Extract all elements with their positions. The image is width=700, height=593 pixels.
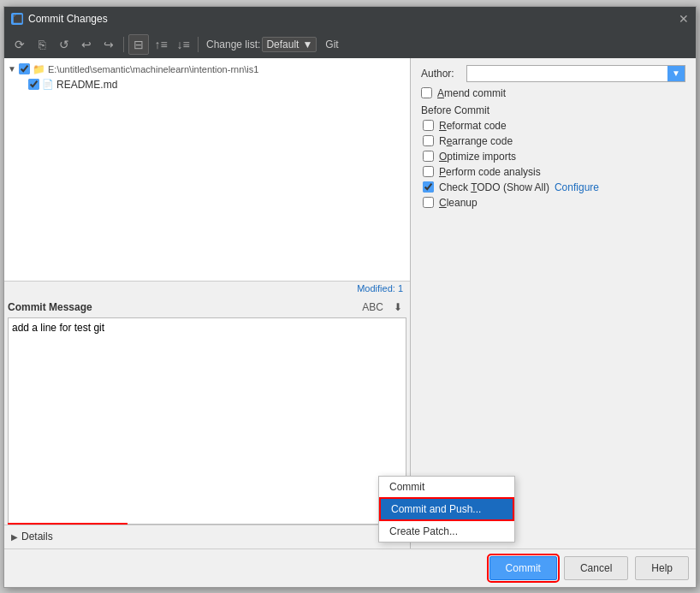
author-label: Author: [421,68,460,80]
toolbar-refresh-button[interactable]: ⟳ [9,34,30,55]
file-tree-footer: Modified: 1 [4,281,410,295]
spell-check-button[interactable]: ABC [358,299,388,316]
change-list-value: Default [266,39,299,50]
toolbar-divider-1 [123,37,124,52]
option-row-rearrange: Rearrange code [421,135,685,147]
option-row-reformat: Reformat code [421,120,685,132]
reformat-code-label: Reformat code [439,120,507,132]
tree-root-path: E:\untitled\semantic\machinelearn\intent… [48,64,258,74]
author-input-wrap: ▼ [466,65,685,82]
perform-analysis-label: Perform code analysis [439,166,541,178]
dialog-title: Commit Changes [28,13,108,25]
amend-commit-label: AAmend commitmend commit [437,87,506,99]
git-label[interactable]: Git [325,39,338,50]
toolbar-sort-up-button[interactable]: ↑≡ [151,34,171,55]
toolbar-undo-button[interactable]: ↩ [76,34,97,55]
author-input[interactable] [467,66,667,81]
commit-msg-tools: ABC ⬇ [358,299,406,316]
before-commit-section: Before Commit Reformat code Rearrange co… [421,104,685,209]
check-todo-label: Check TODO (Show All) [439,181,549,193]
title-bar: ⬛ Commit Changes ✕ [4,7,696,31]
tree-file-name: README.md [56,79,117,91]
toolbar-active-button[interactable]: ⊟ [128,34,149,55]
cleanup-label: Cleanup [439,197,478,209]
file-tree: ▼ 📁 E:\untitled\semantic\machinelearn\in… [4,58,410,281]
tree-root-arrow-icon: ▼ [8,64,16,74]
toolbar-revert-button[interactable]: ↺ [54,34,74,55]
toolbar-copy-button[interactable]: ⎘ [32,34,52,55]
title-bar-left: ⬛ Commit Changes [11,13,108,25]
buttons-row: Commit Cancel Help [4,549,696,587]
dropdown-create-patch-item[interactable]: Create Patch... [379,521,514,542]
change-list-label: Change list: [206,39,260,50]
details-label: Details [21,531,53,543]
tree-root-checkbox[interactable] [19,63,30,74]
toolbar-divider-2 [198,37,199,52]
folder-icon: 📁 [33,63,45,75]
rearrange-code-checkbox[interactable] [423,135,434,146]
details-arrow-icon: ▶ [11,532,18,542]
toolbar-redo-button[interactable]: ↪ [98,34,119,55]
left-panel: ▼ 📁 E:\untitled\semantic\machinelearn\in… [4,58,411,549]
amend-commit-checkbox[interactable] [421,87,432,98]
change-list-arrow-icon: ▼ [302,39,312,50]
file-icon: 📄 [42,79,54,90]
cancel-button[interactable]: Cancel [564,556,628,580]
check-todo-checkbox[interactable] [423,181,434,193]
change-list-dropdown[interactable]: Default ▼ [262,37,317,52]
option-row-check-todo: Check TODO (Show All) Configure [421,181,685,193]
commit-msg-textarea[interactable]: add a line for test git [8,317,406,525]
details-section[interactable]: ▶ Details [4,525,410,549]
rearrange-code-label: Rearrange code [439,135,513,147]
toolbar: ⟳ ⎘ ↺ ↩ ↪ ⊟ ↑≡ ↓≡ Change list: Default ▼… [4,31,696,58]
author-dropdown-button[interactable]: ▼ [667,66,685,81]
cleanup-checkbox[interactable] [423,197,434,208]
amend-row: AAmend commitmend commit [421,87,685,99]
tree-file-item[interactable]: 📄 README.md [4,77,410,92]
configure-link[interactable]: Configure [555,181,599,193]
before-commit-title: Before Commit [421,104,685,116]
dialog: ⬛ Commit Changes ✕ ⟳ ⎘ ↺ ↩ ↪ ⊟ ↑≡ ↓≡ Cha… [3,6,697,588]
commit-button[interactable]: Commit [489,556,557,580]
perform-analysis-checkbox[interactable] [423,166,434,177]
author-row: Author: ▼ [421,65,685,82]
tree-file-checkbox[interactable] [28,79,39,90]
dropdown-commit-push-item[interactable]: Commit and Push... [379,497,514,521]
optimize-imports-checkbox[interactable] [423,151,434,162]
option-row-cleanup: Cleanup [421,197,685,209]
main-content: ▼ 📁 E:\untitled\semantic\machinelearn\in… [4,58,696,549]
help-button[interactable]: Help [635,556,689,580]
commit-msg-header: Commit Message ABC ⬇ [8,299,406,316]
commit-msg-label: Commit Message [8,301,92,313]
commit-dropdown-menu: Commit Commit and Push... Create Patch..… [378,476,515,543]
commit-msg-action-button[interactable]: ⬇ [389,299,406,316]
reformat-code-checkbox[interactable] [423,120,434,131]
dropdown-commit-item[interactable]: Commit [379,477,514,497]
commit-msg-section: Commit Message ABC ⬇ add a line for test… [4,295,410,525]
modified-count: Modified: 1 [357,283,403,294]
toolbar-sort-down-button[interactable]: ↓≡ [173,34,193,55]
optimize-imports-label: Optimize imports [439,151,516,163]
close-button[interactable]: ✕ [679,12,689,26]
option-row-optimize: Optimize imports [421,151,685,163]
tree-root-item[interactable]: ▼ 📁 E:\untitled\semantic\machinelearn\in… [4,62,410,77]
app-icon: ⬛ [11,13,23,25]
option-row-analyze: Perform code analysis [421,166,685,178]
